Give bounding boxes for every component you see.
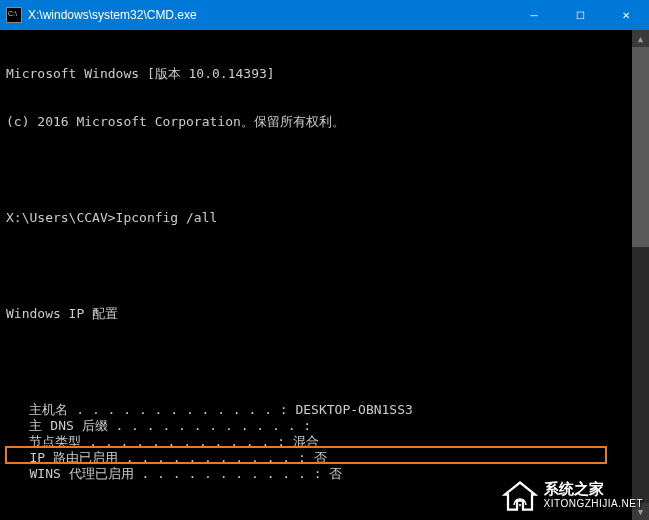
cmd-icon: [6, 7, 22, 23]
watermark-name: 系统之家: [544, 481, 644, 496]
terminal-output[interactable]: Microsoft Windows [版本 10.0.14393] (c) 20…: [0, 30, 632, 520]
scroll-up-arrow[interactable]: ▲: [632, 30, 649, 47]
watermark-url: XITONGZHIJIA.NET: [544, 496, 644, 511]
prompt-line: X:\Users\CCAV>Ipconfig /all: [6, 210, 626, 226]
maximize-button[interactable]: ☐: [557, 0, 603, 30]
close-button[interactable]: ✕: [603, 0, 649, 30]
scrollbar[interactable]: ▲ ▼: [632, 30, 649, 520]
section-ip-config: Windows IP 配置: [6, 306, 626, 322]
scroll-thumb[interactable]: [632, 47, 649, 247]
minimize-button[interactable]: ─: [511, 0, 557, 30]
window-title: X:\windows\system32\CMD.exe: [28, 8, 511, 22]
copyright-line: (c) 2016 Microsoft Corporation。保留所有权利。: [6, 114, 626, 130]
ipconfig-row: 节点类型 . . . . . . . . . . . . : 混合: [6, 434, 626, 450]
ipconfig-row: 主机名 . . . . . . . . . . . . . : DESKTOP-…: [6, 402, 626, 418]
ipconfig-row: IP 路由已启用 . . . . . . . . . . . : 否: [6, 450, 626, 466]
terminal-client: Microsoft Windows [版本 10.0.14393] (c) 20…: [0, 30, 649, 520]
ipconfig-row: 主 DNS 后缀 . . . . . . . . . . . . :: [6, 418, 626, 434]
prompt-command: Ipconfig /all: [116, 210, 218, 225]
house-icon: [502, 478, 538, 514]
window-buttons: ─ ☐ ✕: [511, 0, 649, 30]
watermark: 系统之家 XITONGZHIJIA.NET: [502, 478, 644, 514]
prompt-path: X:\Users\CCAV>: [6, 210, 116, 225]
banner-line: Microsoft Windows [版本 10.0.14393]: [6, 66, 626, 82]
svg-point-0: [518, 504, 520, 506]
titlebar: X:\windows\system32\CMD.exe ─ ☐ ✕: [0, 0, 649, 30]
